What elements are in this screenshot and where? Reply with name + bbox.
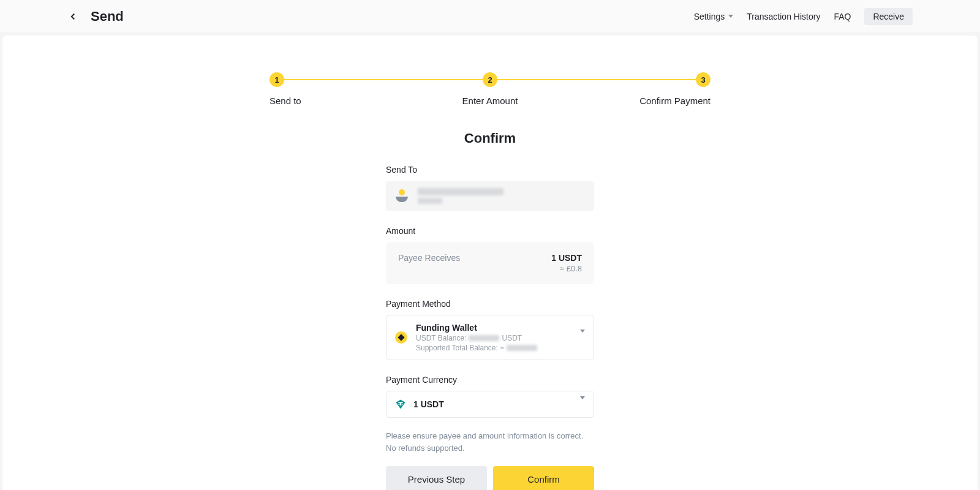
step-3-label: Confirm Payment xyxy=(639,96,710,106)
method-label: Payment Method xyxy=(386,299,594,309)
previous-step-button[interactable]: Previous Step xyxy=(386,466,487,490)
amount-box: Payee Receives 1 USDT ≈ £0.8 xyxy=(386,242,594,284)
header-right: Settings Transaction History FAQ Receive xyxy=(694,8,913,25)
sendto-box xyxy=(386,181,594,211)
amount-approx: ≈ £0.8 xyxy=(551,264,582,273)
step-line-1 xyxy=(284,79,417,80)
faq-link[interactable]: FAQ xyxy=(834,12,851,21)
transaction-history-link[interactable]: Transaction History xyxy=(747,12,820,21)
amount-value: 1 USDT xyxy=(551,253,582,263)
payment-method-select[interactable]: Funding Wallet USDT Balance: USDT Suppor… xyxy=(386,315,594,360)
currency-value: 1 USDT xyxy=(413,399,573,409)
step-1: 1 Send to xyxy=(270,72,417,106)
chevron-down-icon xyxy=(580,399,585,409)
payee-avatar-icon xyxy=(394,189,409,203)
amount-label: Amount xyxy=(386,226,594,236)
supported-redacted xyxy=(507,345,537,351)
step-3: 3 Confirm Payment xyxy=(564,72,710,106)
method-balance: USDT Balance: USDT xyxy=(416,334,571,342)
step-1-label: Send to xyxy=(270,96,301,106)
wallet-icon xyxy=(395,331,407,344)
button-row: Previous Step Confirm xyxy=(386,466,594,490)
currency-label: Payment Currency xyxy=(386,375,594,385)
page-title: Send xyxy=(91,9,124,24)
confirm-button[interactable]: Confirm xyxy=(493,466,594,490)
step-2: 2 Enter Amount xyxy=(417,72,564,106)
usdt-icon xyxy=(395,399,406,410)
payee-redacted xyxy=(418,188,503,204)
step-line-2a xyxy=(417,79,483,80)
chevron-left-icon xyxy=(67,11,78,22)
method-title: Funding Wallet xyxy=(416,323,571,333)
chevron-down-icon xyxy=(580,333,585,342)
step-line-3 xyxy=(564,79,696,80)
step-3-circle: 3 xyxy=(696,72,710,87)
method-supported-prefix: Supported Total Balance: ≈ xyxy=(416,344,504,352)
balance-redacted xyxy=(469,335,499,341)
receive-button[interactable]: Receive xyxy=(864,8,913,25)
payment-currency-select[interactable]: 1 USDT xyxy=(386,391,594,418)
main-card: 1 Send to 2 Enter Amount 3 Confirm Payme… xyxy=(2,36,978,490)
method-balance-prefix: USDT Balance: xyxy=(416,334,466,342)
header-left: Send xyxy=(67,9,124,24)
content: Confirm Send To Amount Payee Receives 1 … xyxy=(386,130,594,490)
step-2-label: Enter Amount xyxy=(462,96,518,106)
step-line-2b xyxy=(497,79,564,80)
caret-down-icon xyxy=(728,15,733,18)
settings-label: Settings xyxy=(694,12,725,21)
method-text: Funding Wallet USDT Balance: USDT Suppor… xyxy=(416,323,571,352)
step-2-circle: 2 xyxy=(483,72,497,87)
step-1-circle: 1 xyxy=(270,72,284,87)
back-button[interactable] xyxy=(67,11,78,22)
warning-text: Please ensure payee and amount informati… xyxy=(386,430,594,454)
section-heading: Confirm xyxy=(386,130,594,146)
page-header: Send Settings Transaction History FAQ Re… xyxy=(0,0,980,33)
stepper: 1 Send to 2 Enter Amount 3 Confirm Payme… xyxy=(270,72,710,106)
payee-receives-label: Payee Receives xyxy=(398,253,460,263)
method-balance-suffix: USDT xyxy=(502,334,522,342)
method-supported: Supported Total Balance: ≈ xyxy=(416,344,571,352)
settings-link[interactable]: Settings xyxy=(694,12,734,21)
sendto-label: Send To xyxy=(386,165,594,175)
